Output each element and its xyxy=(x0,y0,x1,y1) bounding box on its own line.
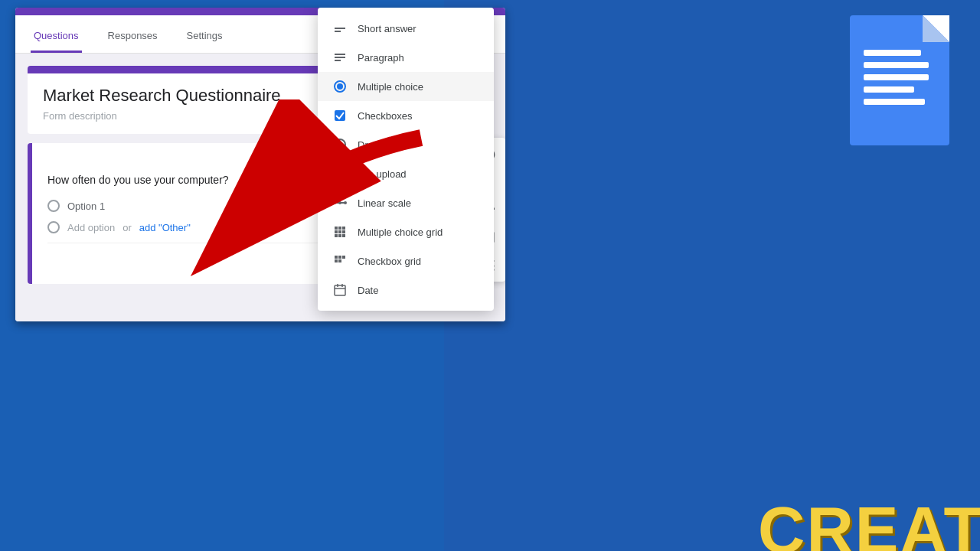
svg-rect-20 xyxy=(342,230,345,233)
menu-item-dropdown[interactable]: Dropdown xyxy=(318,130,494,159)
svg-rect-15 xyxy=(335,227,338,230)
tab-settings[interactable]: Settings xyxy=(184,21,226,53)
date-label: Date xyxy=(358,285,378,296)
file-upload-label: File upload xyxy=(358,168,407,180)
checkbox-grid-label: Checkbox grid xyxy=(358,256,421,267)
svg-rect-22 xyxy=(338,234,341,237)
dropdown-label: Dropdown xyxy=(358,139,403,151)
or-text: or xyxy=(122,222,132,233)
radio-option-1 xyxy=(47,200,60,212)
date-icon xyxy=(333,283,347,297)
file-upload-icon xyxy=(333,167,347,181)
svg-rect-27 xyxy=(335,259,338,262)
svg-rect-28 xyxy=(338,259,341,262)
svg-point-12 xyxy=(333,201,336,204)
svg-point-14 xyxy=(344,201,347,204)
svg-rect-23 xyxy=(342,234,345,237)
menu-item-short-answer[interactable]: Short answer xyxy=(318,14,494,43)
forms-screenshot: Questions Responses Settings Market Rese… xyxy=(15,8,505,321)
menu-item-checkbox-grid[interactable]: Checkbox grid xyxy=(318,246,494,276)
option-1-label: Option 1 xyxy=(67,201,105,212)
add-other-link[interactable]: add "Other" xyxy=(139,222,191,233)
svg-point-8 xyxy=(335,139,345,150)
menu-item-checkboxes[interactable]: Checkboxes xyxy=(318,101,494,130)
svg-rect-24 xyxy=(335,256,338,259)
menu-item-multiple-choice-grid[interactable]: Multiple choice grid xyxy=(318,217,494,246)
tab-questions[interactable]: Questions xyxy=(31,21,82,53)
menu-item-date[interactable]: Date xyxy=(318,276,494,305)
short-answer-label: Short answer xyxy=(358,23,416,34)
google-docs-icon xyxy=(842,15,965,161)
svg-rect-19 xyxy=(338,230,341,233)
svg-rect-26 xyxy=(342,256,345,259)
svg-rect-17 xyxy=(342,227,345,230)
svg-rect-25 xyxy=(338,256,341,259)
svg-point-6 xyxy=(337,83,343,90)
multiple-choice-grid-label: Multiple choice grid xyxy=(358,227,443,238)
dropdown-icon xyxy=(333,138,347,152)
svg-rect-18 xyxy=(335,230,338,233)
linear-scale-label: Linear scale xyxy=(358,197,411,209)
multiple-choice-label: Multiple choice xyxy=(358,81,423,93)
question-type-dropdown: Short answer Paragraph Multiple choice C… xyxy=(318,8,494,311)
svg-rect-29 xyxy=(335,285,345,295)
add-option-text: Add option xyxy=(67,222,115,233)
checkboxes-label: Checkboxes xyxy=(358,110,413,122)
multiple-choice-icon xyxy=(333,80,347,93)
menu-item-paragraph[interactable]: Paragraph xyxy=(318,43,494,72)
checkbox-grid-icon xyxy=(333,254,347,268)
svg-rect-16 xyxy=(338,227,341,230)
tab-responses[interactable]: Responses xyxy=(105,21,161,53)
bottom-overlay: CREATE A SIMPLE QUESTIONNAIRE in GOOGLE … xyxy=(0,298,980,551)
multiple-choice-grid-icon xyxy=(333,225,347,239)
menu-item-linear-scale[interactable]: Linear scale xyxy=(318,188,494,217)
svg-point-13 xyxy=(338,201,341,204)
radio-add xyxy=(47,221,60,233)
create-text: CREATE xyxy=(758,497,980,551)
linear-scale-icon xyxy=(333,196,347,210)
menu-item-file-upload[interactable]: File upload xyxy=(318,159,494,188)
checkboxes-icon xyxy=(333,109,347,122)
paragraph-icon xyxy=(333,51,347,64)
svg-rect-21 xyxy=(335,234,338,237)
menu-item-multiple-choice[interactable]: Multiple choice xyxy=(318,72,494,101)
paragraph-label: Paragraph xyxy=(358,52,404,64)
question-text: How often do you use your computer? xyxy=(47,174,229,186)
short-answer-icon xyxy=(333,21,347,35)
